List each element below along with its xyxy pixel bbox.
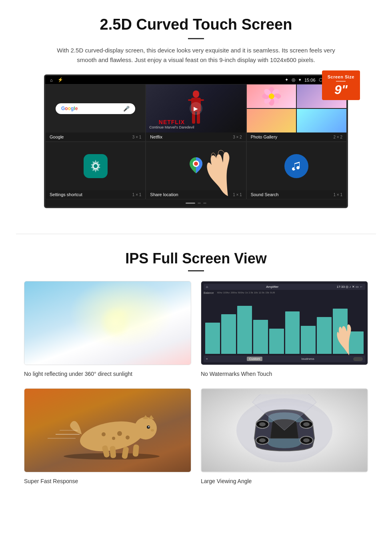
freq-100: 100hz: [223, 291, 230, 294]
location-icon: ◎: [292, 77, 296, 82]
freq-200: 200hz: [230, 291, 237, 294]
svg-point-32: [102, 432, 106, 436]
netflix-subtitle: Continue Marvel's Daredevil: [149, 125, 194, 129]
freq-2k5: 2.5k: [248, 291, 253, 294]
flower-svg: [247, 84, 296, 108]
screen-size-label: Screen Size: [328, 74, 354, 79]
device-screen: ⌂ ⚡ ✦ ◎ ▾ 15:06 ⬡ ♪ ✕ ▭: [44, 74, 348, 208]
settings-icon-wrap: [84, 154, 108, 178]
google-app-cell[interactable]: Google 🎤 Google 3 × 1: [45, 84, 146, 142]
music-note-icon: [290, 160, 302, 172]
svg-point-46: [303, 422, 310, 426]
freq-10k: 10k: [254, 291, 258, 294]
netflix-app-cell[interactable]: ▶ NETFLIX Continue Marvel's Daredevil Ne…: [146, 84, 246, 142]
netflix-play-button[interactable]: ▶: [190, 102, 202, 115]
amp-loudness-label: loudness: [302, 357, 314, 361]
section1-title: 2.5D Curved Touch Screen: [24, 16, 368, 33]
light-rays-svg: [24, 281, 191, 365]
feature-no-light: No light reflecting under 360° direct su…: [24, 281, 191, 379]
sound-search-label: Sound Search 1 × 1: [247, 190, 346, 199]
mic-icon[interactable]: 🎤: [123, 106, 130, 112]
freq-15k: 15k: [265, 291, 269, 294]
eq-labels: Balance 60hz 100hz 200hz 500hz 1k 2.5k 1…: [204, 291, 365, 294]
scroll-dot-2: [203, 203, 206, 204]
no-watermarks-caption: No Watermarks When Touch: [201, 369, 368, 379]
eq-bar-5: [269, 329, 284, 354]
equalizer-bars: [204, 296, 365, 355]
amp-toggle[interactable]: [353, 357, 363, 361]
netflix-app-size: 3 × 2: [233, 135, 242, 139]
svg-point-48: [303, 438, 310, 442]
screen-size-value: 9": [328, 83, 354, 96]
settings-app-name: Settings shortcut: [50, 192, 82, 197]
fast-response-caption: Super Fast Response: [24, 476, 191, 486]
feature-grid: No light reflecting under 360° direct su…: [24, 281, 368, 486]
eq-bar-1: [205, 323, 220, 354]
maps-svg: [186, 155, 206, 175]
car-image: [201, 388, 368, 472]
pointing-hand-svg: [206, 144, 246, 196]
eq-bar-6: [285, 311, 300, 354]
google-app-size: 3 × 1: [132, 135, 142, 139]
google-app-label: Google 3 × 1: [46, 132, 145, 141]
usb-icon: ⚡: [58, 77, 63, 82]
svg-point-30: [126, 436, 130, 440]
svg-point-28: [151, 429, 154, 432]
netflix-app-name: Netflix: [150, 134, 162, 139]
share-location-name: Share location: [150, 192, 178, 197]
section2-divider: [188, 270, 204, 271]
svg-point-23: [134, 417, 157, 440]
eq-bar-3: [237, 306, 252, 354]
freq-60: 60hz: [217, 291, 222, 294]
eq-bar-4: [253, 320, 268, 354]
google-search-bar[interactable]: Google 🎤: [56, 103, 135, 114]
svg-point-17: [94, 164, 98, 168]
app-grid-bottom: Settings shortcut 1 × 1: [45, 142, 347, 199]
scroll-dot-1: [198, 203, 201, 204]
google-app-top: Google 🎤: [46, 84, 145, 132]
netflix-app-label: Netflix 3 × 2: [146, 132, 246, 141]
svg-rect-36: [132, 444, 139, 457]
amp-home-icon: ⌂: [206, 285, 208, 289]
no-light-image: [24, 281, 191, 365]
settings-app-cell[interactable]: Settings shortcut 1 × 1: [45, 142, 146, 199]
amp-bottom-bar: « Custom loudness: [204, 355, 365, 362]
car-topdown-svg: [228, 394, 340, 466]
svg-rect-2: [188, 99, 193, 101]
netflix-app-top: ▶ NETFLIX Continue Marvel's Daredevil: [146, 84, 246, 132]
amp-prev-icon[interactable]: «: [206, 357, 208, 361]
scroll-dot-active: [186, 203, 195, 204]
sound-search-app-cell[interactable]: Sound Search 1 × 1: [246, 142, 347, 199]
touch-hand-svg: [335, 319, 359, 355]
eq-label-balance: Balance: [204, 291, 216, 294]
photo-tile-4: [297, 109, 346, 132]
amplifier-visual: ⌂ Amplifier 17:33 ◎ ♪ ✕ ▭ ← Balance 60hz…: [201, 281, 368, 365]
sound-search-size: 1 × 1: [333, 193, 342, 197]
svg-marker-25: [148, 415, 154, 419]
section1-description: With 2.5D curved-display screen, this de…: [56, 46, 336, 65]
cheetah-visual: [24, 389, 191, 472]
feature-fast-response: Super Fast Response: [24, 388, 191, 486]
ips-full-screen-section: IPS Full Screen View: [0, 246, 392, 502]
home-icon[interactable]: ⌂: [50, 78, 53, 82]
svg-point-31: [112, 437, 115, 440]
scroll-dots: [45, 199, 347, 207]
svg-rect-34: [110, 446, 116, 458]
amp-status: 17:33 ◎ ♪ ✕ ▭ ←: [337, 285, 363, 289]
wifi-icon: ▾: [299, 77, 301, 82]
eq-bar-7: [301, 326, 316, 354]
freq-500: 500hz: [238, 291, 244, 294]
sky-visual: [24, 281, 191, 365]
share-location-app-cell[interactable]: Share location 1 × 1: [146, 142, 246, 199]
svg-point-19: [194, 162, 198, 166]
eq-bar-8: [317, 317, 332, 354]
svg-rect-0: [193, 90, 199, 98]
google-logo: Google: [61, 106, 78, 111]
photo-tile-3: [247, 109, 296, 132]
svg-point-15: [269, 94, 274, 99]
cheetah-image: [24, 388, 191, 472]
curved-touch-screen-section: 2.5D Curved Touch Screen With 2.5D curve…: [0, 0, 392, 222]
freq-12k5: 12.5k: [258, 291, 264, 294]
amp-custom-btn[interactable]: Custom: [247, 357, 263, 361]
page-separator: [16, 234, 376, 234]
